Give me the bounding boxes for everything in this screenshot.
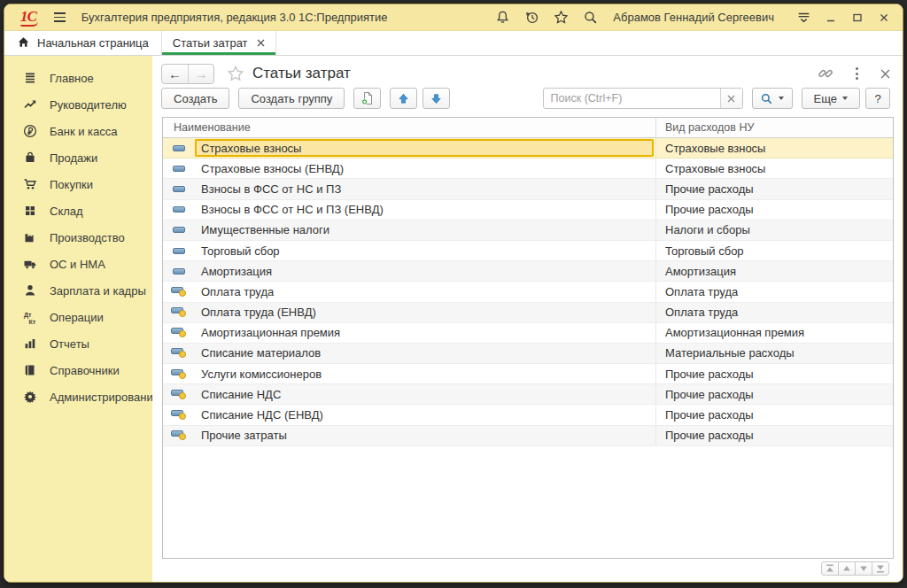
cell-expense-type[interactable]: Прочие расходы: [656, 179, 893, 198]
cell-name[interactable]: Списание материалов: [195, 344, 656, 363]
go-first-icon[interactable]: [821, 561, 839, 576]
cell-name[interactable]: Страховые взносы (ЕНВД): [195, 159, 656, 178]
minimize-button[interactable]: [821, 9, 841, 27]
sidebar-item-rukovoditelyu[interactable]: Руководителю: [4, 91, 152, 118]
cell-expense-type[interactable]: Страховые взносы: [656, 138, 893, 158]
create-group-button[interactable]: Создать группу: [238, 88, 345, 109]
search-input[interactable]: [544, 89, 720, 108]
cell-expense-type[interactable]: Налоги и сборы: [656, 220, 893, 240]
cell-name[interactable]: Списание НДС: [195, 384, 656, 404]
sidebar-item-sklad[interactable]: Склад: [4, 197, 152, 224]
close-window-button[interactable]: [874, 9, 894, 27]
cell-name[interactable]: Амортизация: [195, 261, 656, 281]
table-row[interactable]: Страховые взносы Страховые взносы: [163, 138, 893, 159]
search-clear-icon[interactable]: [720, 89, 742, 108]
svg-text:Кт: Кт: [28, 318, 35, 324]
go-next-icon[interactable]: [855, 561, 872, 576]
more-menu-icon[interactable]: [853, 66, 861, 81]
cell-name[interactable]: Оплата труда (ЕНВД): [195, 303, 656, 322]
cell-name[interactable]: Страховые взносы: [195, 138, 656, 158]
search-options-button[interactable]: [752, 88, 793, 109]
history-icon[interactable]: [521, 8, 542, 27]
sidebar-item-bank-i-kassa[interactable]: Банк и касса: [4, 118, 152, 144]
dropdown-caret: [842, 97, 848, 100]
cell-name[interactable]: Взносы в ФСС от НС и ПЗ (ЕНВД): [195, 200, 656, 220]
tab-home[interactable]: Начальная страница: [4, 31, 162, 55]
cell-expense-type[interactable]: Прочие расходы: [656, 200, 893, 220]
cell-name[interactable]: Прочие затраты: [195, 426, 656, 445]
main-menu-icon[interactable]: [54, 12, 66, 21]
cost-item-icon: [163, 138, 195, 158]
cell-name[interactable]: Торговый сбор: [195, 241, 656, 260]
copy-item-button[interactable]: [353, 88, 381, 109]
back-button[interactable]: ←: [162, 65, 188, 83]
cell-expense-type[interactable]: Оплата труда: [656, 282, 893, 301]
cell-expense-type[interactable]: Прочие расходы: [656, 405, 893, 424]
maximize-button[interactable]: [848, 9, 867, 27]
cell-name[interactable]: Имущественные налоги: [195, 220, 656, 240]
close-panel-icon[interactable]: [880, 69, 890, 79]
move-up-button[interactable]: [390, 88, 417, 109]
sidebar-item-os-i-nma[interactable]: ОС и НМА: [4, 251, 152, 277]
forward-button[interactable]: →: [188, 65, 213, 83]
service-settings-icon[interactable]: [793, 8, 814, 27]
table-row[interactable]: Списание материалов Материальные расходы: [163, 344, 893, 364]
help-button[interactable]: ?: [865, 88, 890, 109]
table-row[interactable]: Взносы в ФСС от НС и ПЗ (ЕНВД) Прочие ра…: [163, 200, 893, 220]
table-row[interactable]: Торговый сбор Торговый сбор: [163, 241, 893, 261]
cost-item-icon: [163, 323, 195, 343]
sidebar-item-glavnoe[interactable]: Главное: [4, 65, 152, 91]
sidebar-item-spravochniki[interactable]: Справочники: [4, 357, 152, 383]
sidebar-item-pokupki[interactable]: Покупки: [4, 171, 152, 197]
cell-expense-type[interactable]: Прочие расходы: [656, 384, 893, 404]
global-search-icon[interactable]: [579, 8, 601, 27]
table-row[interactable]: Страховые взносы (ЕНВД) Страховые взносы: [163, 159, 893, 179]
table-row[interactable]: Списание НДС Прочие расходы: [163, 384, 893, 405]
table-row[interactable]: Оплата труда Оплата труда: [163, 282, 893, 302]
table-row[interactable]: Амортизация Амортизация: [163, 261, 893, 282]
table-row[interactable]: Амортизационная премия Амортизационная п…: [163, 323, 893, 344]
bag-icon: [22, 151, 38, 166]
cell-expense-type[interactable]: Прочие расходы: [656, 426, 893, 445]
cell-expense-type[interactable]: Страховые взносы: [656, 159, 893, 178]
column-header-expense-type[interactable]: Вид расходов НУ: [656, 118, 893, 137]
move-down-button[interactable]: [422, 88, 450, 109]
history-nav-group: ← →: [161, 64, 214, 84]
cell-expense-type[interactable]: Прочие расходы: [656, 364, 893, 383]
more-actions-button[interactable]: Еще: [802, 88, 860, 109]
table-row[interactable]: Услуги комиссионеров Прочие расходы: [163, 364, 893, 384]
cell-expense-type[interactable]: Торговый сбор: [656, 241, 893, 260]
table-row[interactable]: Оплата труда (ЕНВД) Оплата труда: [163, 303, 893, 323]
sidebar-item-zarplata-i-kadry[interactable]: Зарплата и кадры: [4, 277, 152, 304]
sidebar-item-administrirovanie[interactable]: Администрирование: [4, 383, 152, 410]
cell-name[interactable]: Услуги комиссионеров: [195, 364, 656, 383]
cell-name[interactable]: Оплата труда: [195, 282, 656, 301]
tab-close-icon[interactable]: [257, 39, 265, 47]
get-link-icon[interactable]: [818, 66, 833, 81]
cell-name[interactable]: Амортизационная премия: [195, 323, 656, 343]
favorites-star-icon[interactable]: [550, 8, 571, 27]
sidebar-item-otchety[interactable]: Отчеты: [4, 330, 152, 357]
create-button[interactable]: Создать: [161, 88, 229, 109]
cell-expense-type[interactable]: Материальные расходы: [656, 344, 893, 363]
notifications-bell-icon[interactable]: [492, 8, 513, 27]
table-row[interactable]: Списание НДС (ЕНВД) Прочие расходы: [163, 405, 893, 425]
go-prev-icon[interactable]: [838, 561, 856, 576]
table-row[interactable]: Взносы в ФСС от НС и ПЗ Прочие расходы: [163, 179, 893, 199]
table-row[interactable]: Прочие затраты Прочие расходы: [163, 426, 893, 446]
cell-name[interactable]: Взносы в ФСС от НС и ПЗ: [195, 179, 656, 198]
sidebar-item-proizvodstvo[interactable]: Производство: [4, 224, 152, 251]
sidebar-item-operacii[interactable]: ДтКт Операции: [4, 304, 152, 330]
table-header: Наименование Вид расходов НУ: [163, 118, 893, 138]
go-last-icon[interactable]: [872, 561, 889, 576]
tab-cost-items[interactable]: Статьи затрат: [162, 31, 276, 55]
column-header-name[interactable]: Наименование: [163, 118, 656, 137]
cell-expense-type[interactable]: Оплата труда: [656, 303, 893, 322]
cell-name[interactable]: Списание НДС (ЕНВД): [195, 405, 656, 424]
sidebar-item-prodazhi[interactable]: Продажи: [4, 144, 152, 171]
current-user[interactable]: Абрамов Геннадий Сергеевич: [613, 11, 774, 24]
cell-expense-type[interactable]: Амортизационная премия: [656, 323, 893, 343]
favorite-star-icon[interactable]: [227, 65, 244, 82]
table-row[interactable]: Имущественные налоги Налоги и сборы: [163, 220, 893, 241]
cell-expense-type[interactable]: Амортизация: [656, 261, 893, 281]
